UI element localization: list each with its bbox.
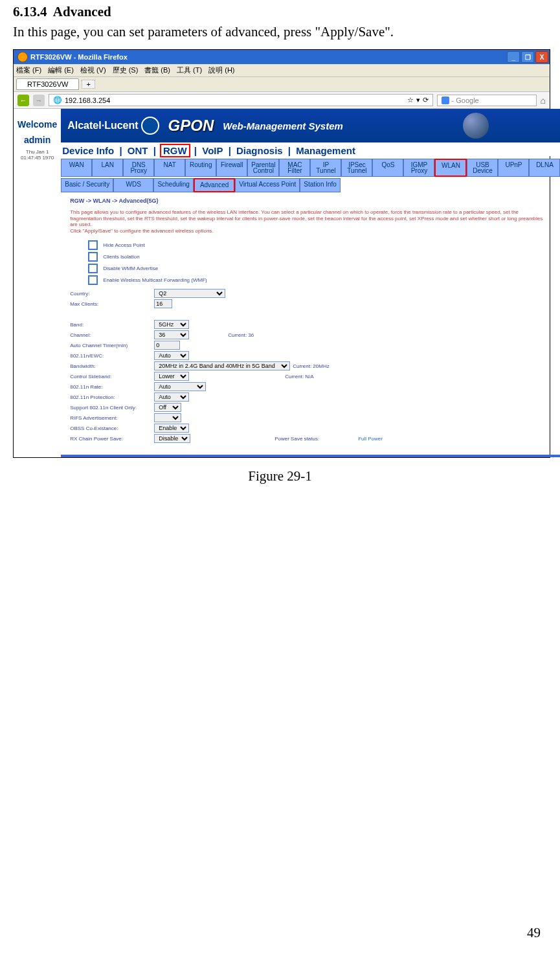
sideband-label: Control Sideband: [70, 374, 154, 380]
gpon-label: GPON [168, 117, 214, 135]
url-text: 192.168.3.254 [65, 97, 405, 104]
menu-bookmarks[interactable]: 書籤 (B) [144, 65, 170, 75]
menu-file[interactable]: 檔案 (F) [16, 65, 41, 75]
figure-caption: Figure 29-1 [13, 468, 547, 484]
section-heading: 6.13.4 Advanced [13, 4, 547, 20]
firefox-icon [17, 52, 28, 62]
tab2-vap[interactable]: Virtual Access Point [235, 178, 300, 192]
tab2-advanced[interactable]: Advanced [194, 178, 235, 192]
top-nav: Device Info | ONT | RGW | VoIP | Diagnos… [61, 142, 560, 156]
chk-wmf-row: Enable Wireless Multicast Forwarding (WM… [88, 275, 551, 285]
window-titlebar: RTF3026VW - Mozilla Firefox _ ❐ X [14, 50, 550, 64]
sideband-select[interactable]: Lower [154, 372, 189, 381]
minimize-button[interactable]: _ [507, 51, 520, 63]
maxclients-input[interactable] [154, 299, 172, 308]
footer-border [61, 455, 560, 457]
country-label: Country: [70, 291, 154, 297]
chk-clients-iso-row: Clients Isolation [88, 252, 551, 262]
band-select[interactable]: 5GHz [154, 320, 189, 329]
ewc-label: 802.11n/EWC: [70, 353, 154, 359]
chk-wmf[interactable] [88, 275, 98, 285]
dropdown-icon[interactable]: ▾ [416, 96, 420, 104]
content-area: RGW -> WLAN -> Advanced(5G) This page al… [61, 192, 560, 449]
tab2-basic[interactable]: Basic / Security [61, 178, 113, 192]
menu-help[interactable]: 說明 (H) [208, 65, 234, 75]
tab-management[interactable]: Management [295, 145, 357, 156]
tabs-level1: WAN LAN DNS Proxy NAT Routing Firewall P… [61, 159, 560, 177]
tab-voip[interactable]: VoIP [201, 145, 224, 156]
ewc-select[interactable]: Auto [154, 351, 189, 360]
rate-select[interactable]: Auto [154, 382, 206, 391]
rifs-label: RIFS Advertisement: [70, 415, 154, 421]
tab1-usb[interactable]: USB Device [467, 159, 498, 177]
window-title: RTF3026VW - Mozilla Firefox [30, 53, 506, 61]
tab-rgw[interactable]: RGW [160, 144, 190, 157]
tab1-dlna[interactable]: DLNA [529, 159, 560, 177]
search-box[interactable]: - Google [437, 95, 537, 106]
tab-diagnosis[interactable]: Diagnosis [235, 145, 284, 156]
country-select[interactable]: Q2 [154, 289, 225, 298]
chk-wmf-label: Enable Wireless Multicast Forwarding (WM… [103, 277, 207, 283]
sidebar-admin: admin [17, 135, 57, 145]
rxchain-select[interactable]: Disable [154, 434, 190, 443]
tab2-scheduling[interactable]: Scheduling [153, 178, 194, 192]
browser-tabbar: RTF3026VW + [14, 77, 550, 91]
menu-edit[interactable]: 編輯 (E) [48, 65, 74, 75]
banner: Alcatel·Lucent GPON Web-Management Syste… [61, 109, 560, 142]
tab1-firewall[interactable]: Firewall [216, 159, 247, 177]
search-placeholder: - Google [452, 97, 479, 104]
act-label: Auto Channel Timer(min) [70, 343, 154, 348]
chk-wmm-row: Disable WMM Advertise [88, 264, 551, 273]
tab1-macfilter[interactable]: MAC Filter [279, 159, 310, 177]
tab1-igmp[interactable]: IGMP Proxy [403, 159, 434, 177]
bandwidth-label: Bandwidth: [70, 363, 154, 369]
tab1-upnp[interactable]: UPnP [498, 159, 529, 177]
bandwidth-select[interactable]: 20MHz in 2.4G Band and 40MHz in 5G Band [154, 361, 290, 370]
menu-view[interactable]: 檢視 (V) [80, 65, 106, 75]
menu-tools[interactable]: 工具 (T) [177, 65, 202, 75]
menu-history[interactable]: 歷史 (S) [113, 65, 139, 75]
menubar: 檔案 (F) 編輯 (E) 檢視 (V) 歷史 (S) 書籤 (B) 工具 (T… [14, 64, 550, 77]
tab1-lan[interactable]: LAN [92, 159, 123, 177]
chk-wmm-label: Disable WMM Advertise [103, 266, 158, 271]
sidebar-timestamp: Thu Jan 1 01:47:45 1970 [17, 149, 57, 161]
google-icon [442, 97, 449, 104]
obss-select[interactable]: Enable [154, 424, 189, 433]
tab-ont[interactable]: ONT [126, 145, 150, 156]
home-button[interactable]: ⌂ [541, 95, 546, 106]
support11n-select[interactable]: Off [154, 403, 181, 412]
tab1-dnsproxy[interactable]: DNS Proxy [123, 159, 154, 177]
back-button[interactable]: ← [17, 95, 29, 106]
tab1-routing[interactable]: Routing [185, 159, 216, 177]
channel-current: Current: 36 [228, 332, 254, 338]
tab1-wan[interactable]: WAN [61, 159, 92, 177]
tab1-ipsec[interactable]: IPSec Tunnel [341, 159, 372, 177]
tab2-wds[interactable]: WDS [113, 178, 153, 192]
url-bar[interactable]: 🌐 192.168.3.254 ☆ ▾ ⟳ [49, 94, 433, 106]
chk-wmm[interactable] [88, 264, 98, 273]
bookmark-star-icon[interactable]: ☆ [407, 96, 414, 104]
chk-hide-ap-row: Hide Access Point [88, 240, 551, 250]
tabs-level2: Basic / Security WDS Scheduling Advanced… [61, 178, 560, 192]
tab1-iptunnel[interactable]: IP Tunnel [310, 159, 341, 177]
protection-select[interactable]: Auto [154, 392, 189, 402]
chk-hide-ap[interactable] [88, 240, 98, 250]
reload-icon[interactable]: ⟳ [423, 96, 429, 104]
browser-tab[interactable]: RTF3026VW [16, 78, 79, 90]
maximize-button[interactable]: ❐ [521, 51, 534, 63]
maxclients-label: Max Clients: [70, 301, 154, 307]
tab1-parental[interactable]: Parental Control [247, 159, 279, 177]
channel-select[interactable]: 36 [154, 330, 189, 339]
new-tab-button[interactable]: + [82, 80, 95, 89]
act-input[interactable] [154, 341, 180, 350]
forward-button[interactable]: → [33, 95, 45, 106]
rifs-select[interactable] [154, 413, 181, 422]
tab-device-info[interactable]: Device Info [61, 145, 115, 156]
band-label: Band: [70, 322, 154, 328]
tab1-nat[interactable]: NAT [154, 159, 185, 177]
close-button[interactable]: X [535, 51, 548, 63]
tab1-qos[interactable]: QoS [372, 159, 403, 177]
chk-clients-iso[interactable] [88, 252, 98, 262]
tab2-stationinfo[interactable]: Station Info [300, 178, 341, 192]
tab1-wlan[interactable]: WLAN [434, 159, 467, 177]
